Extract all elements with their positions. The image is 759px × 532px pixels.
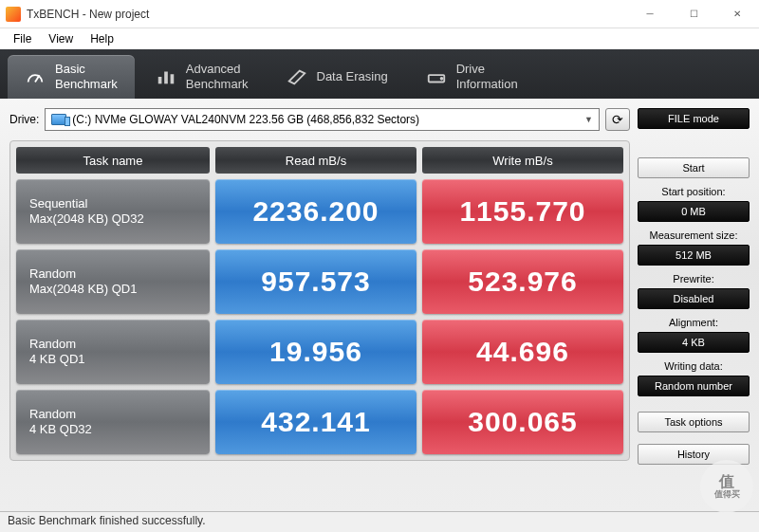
tab-label: Data Erasing [317, 69, 388, 84]
tab-advanced-benchmark[interactable]: Advanced Benchmark [139, 55, 266, 99]
start-position-label: Start position: [638, 186, 750, 197]
svg-point-5 [440, 78, 442, 80]
svg-rect-1 [158, 77, 162, 83]
gauge-icon [25, 66, 46, 87]
task-sequential-qd32[interactable]: Sequential Max(2048 KB) QD32 [16, 179, 210, 244]
alignment-label: Alignment: [638, 317, 750, 328]
tab-drive-information[interactable]: Drive Information [409, 55, 535, 99]
write-value: 300.065 [422, 390, 623, 454]
read-value: 957.573 [215, 249, 417, 314]
refresh-button[interactable]: ⟳ [605, 108, 630, 131]
tab-label: Drive Information [456, 62, 518, 91]
task-options-button[interactable]: Task options [638, 412, 750, 432]
drive-icon [426, 66, 447, 87]
bars-icon [156, 66, 176, 87]
read-value: 432.141 [215, 390, 417, 454]
titlebar: TxBENCH - New project ─ ☐ ✕ [0, 0, 759, 28]
task-random-4kb-qd1[interactable]: Random 4 KB QD1 [16, 320, 210, 384]
watermark-icon: 值 [719, 473, 734, 490]
tab-label: Basic Benchmark [55, 62, 118, 91]
measurement-size-label: Measurement size: [638, 229, 750, 241]
table-row: Random 4 KB QD1 19.956 44.696 [16, 320, 623, 384]
prewrite-label: Prewrite: [638, 273, 750, 284]
write-value: 44.696 [422, 320, 623, 384]
write-value: 1155.770 [422, 179, 623, 244]
svg-rect-3 [170, 74, 174, 83]
writing-data-value[interactable]: Random number [638, 376, 750, 396]
read-value: 19.956 [215, 320, 417, 384]
file-mode-button[interactable]: FILE mode [638, 108, 750, 129]
benchmark-panel: Task name Read mB/s Write mB/s Sequentia… [9, 140, 630, 461]
table-row: Sequential Max(2048 KB) QD32 2236.200 11… [16, 179, 623, 244]
tab-basic-benchmark[interactable]: Basic Benchmark [8, 55, 135, 99]
task-random-4kb-qd32[interactable]: Random 4 KB QD32 [16, 390, 210, 454]
start-position-value[interactable]: 0 MB [638, 201, 750, 222]
measurement-size-value[interactable]: 512 MB [638, 245, 750, 266]
tab-label: Advanced Benchmark [186, 62, 249, 91]
writing-data-label: Writing data: [638, 360, 750, 372]
chevron-down-icon: ▼ [584, 115, 593, 124]
watermark: 值 值得买 [700, 460, 753, 513]
refresh-icon: ⟳ [612, 112, 623, 127]
status-text: Basic Benchmark finished successfully. [8, 514, 206, 527]
alignment-value[interactable]: 4 KB [638, 332, 750, 353]
read-value: 2236.200 [215, 179, 417, 244]
col-write: Write mB/s [422, 147, 623, 174]
tab-data-erasing[interactable]: Data Erasing [269, 55, 405, 99]
drive-selected: (C:) NVMe GLOWAY VAL240NVM 223.56 GB (46… [72, 113, 419, 126]
task-random-qd1-max[interactable]: Random Max(2048 KB) QD1 [16, 249, 210, 314]
watermark-text: 值得买 [714, 490, 740, 500]
col-task-name: Task name [16, 147, 210, 174]
disk-icon [51, 114, 66, 125]
eraser-icon [287, 66, 307, 87]
minimize-button[interactable]: ─ [628, 0, 672, 28]
menu-help[interactable]: Help [83, 30, 121, 47]
drive-select[interactable]: (C:) NVMe GLOWAY VAL240NVM 223.56 GB (46… [45, 108, 600, 131]
status-bar: Basic Benchmark finished successfully. [0, 511, 759, 532]
drive-label: Drive: [9, 113, 39, 126]
table-row: Random Max(2048 KB) QD1 957.573 523.976 [16, 249, 623, 314]
menu-view[interactable]: View [41, 30, 81, 47]
menubar: File View Help [0, 28, 759, 49]
tabbar: Basic Benchmark Advanced Benchmark Data … [0, 49, 759, 99]
maximize-button[interactable]: ☐ [672, 0, 715, 28]
table-row: Random 4 KB QD32 432.141 300.065 [16, 390, 623, 454]
col-read: Read mB/s [215, 147, 417, 174]
write-value: 523.976 [422, 249, 623, 314]
start-button[interactable]: Start [638, 157, 750, 178]
prewrite-value[interactable]: Disabled [638, 288, 750, 309]
close-button[interactable]: ✕ [715, 0, 759, 28]
menu-file[interactable]: File [6, 30, 39, 47]
svg-rect-2 [164, 72, 168, 84]
app-icon [6, 7, 21, 22]
window-title: TxBENCH - New project [27, 8, 628, 21]
